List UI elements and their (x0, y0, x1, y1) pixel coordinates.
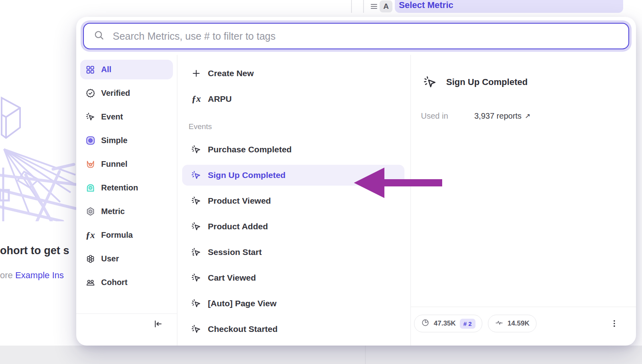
list-item-event-selected[interactable]: Sign Up Completed (182, 165, 404, 186)
list-item-label: Sign Up Completed (208, 170, 286, 180)
panel-divider (351, 0, 352, 13)
list-item-label: Checkout Started (208, 324, 278, 334)
sidebar-item-formula[interactable]: ƒx Formula (80, 225, 173, 245)
event-icon (191, 324, 201, 334)
event-icon (191, 196, 201, 206)
create-new-label: Create New (208, 69, 254, 78)
sidebar-item-label: Cohort (101, 278, 128, 287)
sidebar-item-label: Metric (101, 207, 125, 216)
kebab-menu-icon[interactable] (609, 318, 620, 329)
used-in-label: Used in (417, 111, 474, 121)
event-icon (191, 247, 201, 257)
stat-value: 47.35K (434, 320, 456, 328)
event-icon (191, 170, 201, 180)
select-metric-field[interactable]: Select Metric (395, 0, 623, 13)
grid-icon (85, 65, 95, 75)
detail-title: Sign Up Completed (446, 77, 528, 87)
sidebar-item-label: User (101, 254, 119, 263)
list-item-label: Cart Viewed (208, 273, 256, 283)
list-item-event[interactable]: [Auto] Page View (182, 293, 404, 314)
event-icon (191, 221, 201, 232)
simple-icon (85, 135, 95, 146)
sidebar-item-label: All (101, 65, 112, 74)
select-metric-label: Select Metric (399, 0, 453, 10)
detail-footer: 47.35K # 2 14.59K (411, 307, 636, 346)
sidebar-item-metric[interactable]: Metric (80, 202, 173, 221)
user-icon (85, 254, 95, 264)
series-letter: A (383, 2, 389, 11)
event-icon (191, 144, 201, 155)
sidebar-item-verified[interactable]: Verified (80, 83, 173, 103)
type-sidebar: All Verified Event (76, 55, 177, 346)
list-item-event[interactable]: Checkout Started (182, 319, 404, 340)
search-input[interactable] (112, 30, 619, 42)
list-item-label: Product Viewed (208, 196, 271, 206)
event-icon (191, 298, 201, 309)
activity-count-badge[interactable]: 14.59K (488, 315, 536, 332)
list-item-arpu[interactable]: ƒx ARPU (182, 89, 404, 109)
background-toolbar: A Select Metric (0, 0, 642, 13)
funnel-icon (85, 159, 95, 170)
events-section-label: Events (182, 114, 410, 139)
formula-icon: ƒx (191, 94, 201, 104)
sidebar-item-event[interactable]: Event (80, 107, 173, 127)
list-item-label: Product Added (208, 222, 268, 231)
list-item-event[interactable]: Cart Viewed (182, 267, 404, 288)
total-count-badge[interactable]: 47.35K # 2 (414, 315, 482, 332)
used-in-value[interactable]: 3,937 reports↗ (474, 111, 530, 121)
event-icon (85, 112, 95, 122)
subline-prefix: ore (0, 270, 15, 280)
used-in-row: Used in 3,937 reports↗ (417, 111, 636, 121)
sidebar-item-cohort[interactable]: Cohort (80, 273, 173, 292)
metric-icon (85, 206, 95, 217)
sidebar-item-label: Event (101, 112, 123, 121)
example-insights-link[interactable]: Example Ins (15, 270, 64, 280)
metric-list: Create New ƒx ARPU Events Purchase Compl… (177, 55, 411, 346)
list-item-event[interactable]: Product Viewed (182, 190, 404, 211)
sidebar-item-retention[interactable]: Retention (80, 178, 173, 198)
sidebar-item-label: Retention (101, 183, 138, 192)
list-item-label: Purchase Completed (208, 145, 292, 154)
list-item-event[interactable]: Product Added (182, 216, 404, 237)
create-new-button[interactable]: Create New (182, 63, 404, 84)
sidebar-footer (76, 313, 177, 346)
plus-icon (191, 68, 201, 79)
list-item-event[interactable]: Purchase Completed (182, 139, 404, 160)
verified-icon (85, 88, 95, 99)
list-item-event[interactable]: Session Start (182, 242, 404, 263)
sidebar-item-label: Verified (101, 89, 130, 98)
panel-divider (363, 0, 364, 13)
metric-detail-panel: Sign Up Completed Used in 3,937 reports↗… (411, 55, 636, 346)
list-item-label: [Auto] Page View (208, 299, 276, 308)
list-item-label: Session Start (208, 247, 262, 257)
external-link-icon: ↗ (525, 112, 530, 120)
retention-icon (85, 183, 95, 193)
background-footer-band (0, 346, 642, 364)
stat-value: 14.59K (508, 320, 530, 328)
formula-icon: ƒx (85, 230, 95, 241)
search-icon (93, 30, 105, 42)
sidebar-item-simple[interactable]: Simple (80, 131, 173, 150)
list-item-label: ARPU (208, 94, 232, 104)
sidebar-item-label: Formula (101, 231, 133, 240)
sidebar-item-user[interactable]: User (80, 249, 173, 269)
metric-picker-dialog: All Verified Event (76, 17, 636, 346)
sidebar-item-all[interactable]: All (80, 60, 173, 79)
drag-handle-icon[interactable] (370, 1, 378, 13)
background-illustration (0, 89, 76, 221)
dialog-content: All Verified Event (76, 55, 636, 346)
pulse-icon (495, 318, 504, 329)
search-box (83, 23, 629, 49)
sidebar-item-funnel[interactable]: Funnel (80, 154, 173, 174)
pie-chart-icon (421, 318, 430, 329)
rank-chip[interactable]: # 2 (460, 319, 475, 329)
sidebar-item-label: Funnel (101, 160, 128, 169)
series-a-badge[interactable]: A (380, 0, 392, 12)
collapse-left-icon[interactable] (153, 319, 163, 346)
search-focus-ring (81, 20, 632, 52)
sidebar-item-label: Simple (101, 136, 128, 145)
cohort-icon (85, 277, 95, 288)
event-icon (191, 273, 201, 283)
background-heading-fragment: ohort to get s (0, 245, 69, 257)
event-icon (423, 75, 437, 89)
